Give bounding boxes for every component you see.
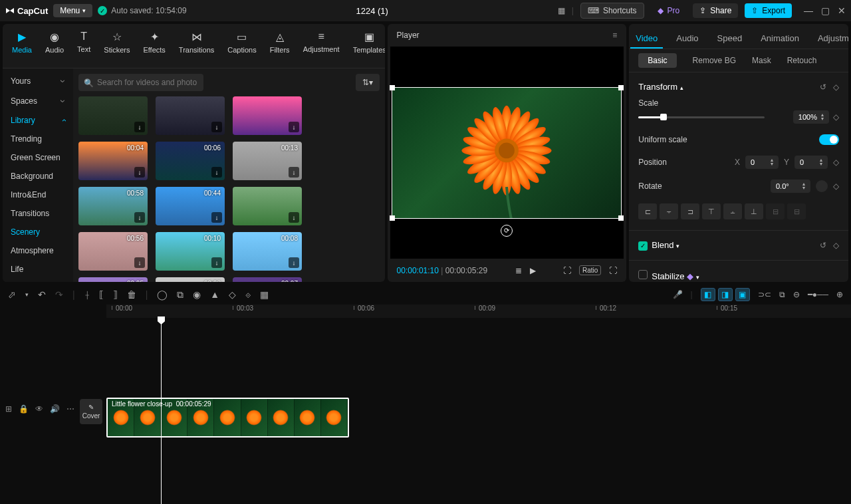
copy-tool[interactable]: ⧉ [177,289,183,301]
tab-captions[interactable]: ▭Captions [221,28,263,64]
sidebar-item-life[interactable]: Life [3,260,73,279]
sidebar-item-background[interactable]: Background [3,167,73,186]
download-icon[interactable]: ↓ [211,122,222,132]
list-icon[interactable]: ≣ [515,266,522,275]
mirror-tool[interactable]: ▲ [210,289,219,300]
video-clip[interactable]: Little flower close-up 00:00:05:29 [106,398,349,438]
timeline-ruler[interactable]: 00:00 00:03 00:06 00:09 00:12 00:15 [106,305,851,318]
media-thumbnail[interactable]: 00:44↓ [156,187,225,225]
fullscreen-icon[interactable]: ⛶ [609,266,617,275]
trim-right-tool[interactable]: ⟧ [113,289,118,300]
download-icon[interactable]: ↓ [211,167,222,178]
zoom-out[interactable]: ⊖ [793,290,800,299]
keyframe-icon[interactable]: ◇ [833,112,839,122]
media-thumbnail[interactable]: ↓ [78,96,148,135]
rotate-dial[interactable] [816,180,828,192]
media-thumbnail[interactable]: ↓ [233,187,302,225]
track-lock-icon[interactable]: 🔒 [19,404,29,414]
track-mute-icon[interactable]: 🔊 [50,404,60,414]
prop-tab-video[interactable]: Video [630,29,663,49]
playhead[interactable] [161,318,162,504]
align-center-v[interactable]: ⫠ [723,203,742,219]
stabilize-header[interactable]: Stabilize◆ ▾ [638,270,699,281]
player-menu-icon[interactable]: ≡ [612,31,617,40]
ratio-button[interactable]: Ratio [579,265,601,275]
minimize-button[interactable]: — [804,5,813,16]
media-thumbnail[interactable]: 00:04↓ [78,142,148,180]
align-left[interactable]: ⊏ [638,203,657,219]
media-thumbnail[interactable]: 00:07↓ [233,277,302,282]
keyframe-icon[interactable]: ◇ [833,182,839,191]
track-view-1[interactable]: ◧ [701,288,715,301]
record-tool[interactable]: ◉ [193,289,201,300]
distribute-h[interactable]: ⊟ [766,203,785,219]
play-button[interactable]: ▶ [530,266,536,275]
zoom-in[interactable]: ⊕ [836,290,843,299]
prop-tab-speed[interactable]: Speed [712,29,748,49]
media-thumbnail[interactable]: 00:13↓ [233,142,302,180]
crop-tool[interactable]: ⟐ [245,289,251,300]
download-icon[interactable]: ↓ [134,167,145,178]
magnet-icon[interactable]: ⊃⊂ [758,290,771,299]
scale-value[interactable]: 100%▴▾ [793,110,829,124]
tab-effects[interactable]: ✦Effects [136,28,172,64]
media-thumbnail[interactable]: 00:10↓ [156,232,225,271]
track-visibility-icon[interactable]: 👁 [35,404,43,414]
track-view-3[interactable]: ▣ [735,288,750,301]
delete-tool[interactable]: 🗑 [127,289,136,300]
split-tool[interactable]: ⟊ [84,289,90,300]
preview-frame[interactable]: ⟳ [392,87,622,219]
trim-left-tool[interactable]: ⟦ [99,289,104,300]
mic-icon[interactable]: 🎤 [673,290,683,299]
sidebar-item-library[interactable]: Library [3,111,73,130]
media-thumbnail[interactable]: 00:56↓ [78,232,148,271]
tab-stickers[interactable]: ☆Stickers [97,28,136,64]
reset-icon[interactable]: ↺ [820,82,826,92]
undo-button[interactable]: ↶ [38,289,46,300]
distribute-v[interactable]: ⊟ [787,203,806,219]
align-right[interactable]: ⊐ [681,203,699,219]
sub-tab-retouch[interactable]: Retouch [787,56,817,65]
prop-tab-audio[interactable]: Audio [671,29,703,49]
maximize-button[interactable]: ▢ [821,5,830,16]
blend-header[interactable]: ✓Blend ▾ [638,240,679,251]
track-more-icon[interactable]: ⋯ [66,404,74,414]
download-icon[interactable]: ↓ [289,257,299,268]
pro-button[interactable]: ◆ Pro [651,3,687,18]
freeze-tool[interactable]: ▦ [260,289,269,300]
sidebar-item-atmosphere[interactable]: Atmosphere [3,241,73,260]
sub-tab-basic[interactable]: Basic [638,53,676,68]
marker-tool[interactable]: ◯ [157,289,168,300]
keyframe-icon[interactable]: ◇ [833,241,839,250]
download-icon[interactable]: ↓ [134,257,145,268]
position-x-input[interactable]: 0▴▾ [745,156,779,169]
uniform-scale-toggle[interactable] [819,134,839,145]
rotate-input[interactable]: 0.0°▴▾ [771,180,810,193]
tab-templates[interactable]: ▣Templates [346,28,385,64]
layout-icon[interactable]: ▦ [558,6,565,15]
media-thumbnail[interactable]: 00:06↓ [156,142,225,180]
align-bottom[interactable]: ⊥ [745,203,763,219]
zoom-slider[interactable]: ━●── [808,290,828,299]
track-view-2[interactable]: ◨ [718,288,733,301]
share-button[interactable]: ⇪ Share [693,3,738,18]
download-icon[interactable]: ↓ [289,167,299,178]
scale-slider[interactable] [638,116,765,118]
reset-icon[interactable]: ↺ [820,241,826,250]
focus-icon[interactable]: ⛶ [563,266,571,275]
download-icon[interactable]: ↓ [134,122,145,132]
cover-button[interactable]: ✎ Cover [80,399,102,424]
download-icon[interactable]: ↓ [289,212,299,223]
rotate-tool[interactable]: ◇ [229,289,236,300]
tab-adjustment[interactable]: ≡Adjustment [297,28,346,64]
align-top[interactable]: ⊤ [702,203,721,219]
stabilize-checkbox[interactable] [638,270,648,279]
sync-icon[interactable]: ⟳ [501,225,513,237]
media-thumbnail[interactable]: ↓ [156,96,225,135]
sidebar-item-greenscreen[interactable]: Green Screen [3,148,73,167]
sidebar-item-spaces[interactable]: Spaces [3,91,73,111]
cursor-tool[interactable]: ⬀ [8,289,16,300]
download-icon[interactable]: ↓ [211,212,222,223]
keyframe-icon[interactable]: ◇ [833,82,839,92]
blend-checkbox[interactable]: ✓ [638,241,648,251]
